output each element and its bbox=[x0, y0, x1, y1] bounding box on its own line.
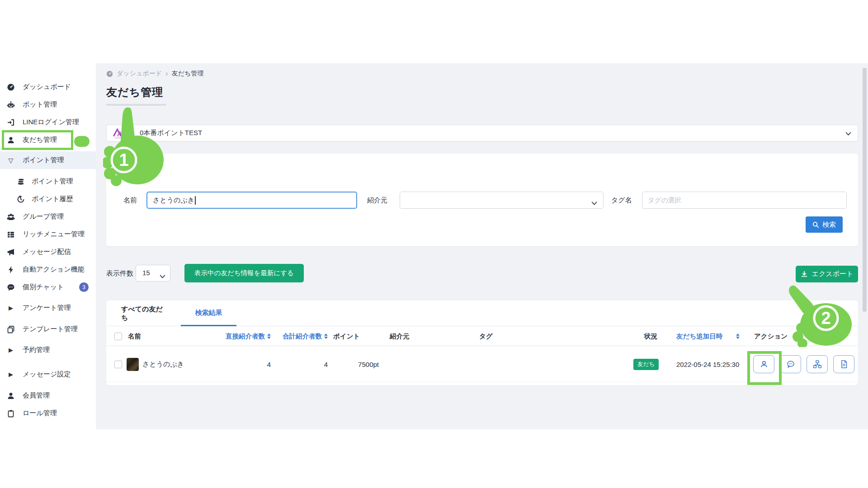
sidebar-item[interactable]: グループ管理 bbox=[0, 208, 96, 225]
user-icon bbox=[6, 136, 15, 145]
login-icon bbox=[6, 118, 15, 127]
triangle-down-icon: ▽ bbox=[6, 156, 15, 165]
total-referrals-value: 4 bbox=[324, 346, 328, 382]
export-button[interactable]: エクスポート bbox=[796, 266, 858, 282]
user-icon bbox=[6, 391, 15, 400]
user-action-button[interactable] bbox=[753, 355, 774, 373]
name-field-label: 名前 bbox=[117, 192, 137, 209]
chat-action-button[interactable] bbox=[780, 355, 801, 373]
sidebar-item[interactable]: 個別チャット3 bbox=[0, 278, 96, 296]
sidebar-item[interactable]: 自動アクション機能 bbox=[0, 261, 96, 278]
column-header: アクション bbox=[754, 326, 788, 346]
avatar bbox=[127, 358, 139, 371]
chat-icon bbox=[6, 283, 15, 292]
caret-right-icon: ▶ bbox=[6, 304, 15, 313]
list-icon bbox=[6, 230, 15, 239]
per-page-label: 表示件数 bbox=[106, 264, 133, 282]
tab-search-results[interactable]: 検索結果 bbox=[181, 300, 236, 326]
annotation-step2-number: 2 bbox=[821, 309, 830, 328]
bot-selector-dropdown[interactable]: 0本番ポイントTEST bbox=[106, 125, 858, 141]
breadcrumb: ダッシュボード › 友だち管理 bbox=[106, 70, 203, 78]
sidebar-item[interactable]: ▶予約管理 bbox=[0, 341, 96, 359]
table-header-row: 名前直接紹介者数合計紹介者数ポイント紹介元タグ状況友だち追加日時アクション bbox=[106, 326, 858, 346]
chevron-down-icon bbox=[591, 199, 597, 207]
per-page-select[interactable]: 15 bbox=[136, 265, 170, 282]
breadcrumb-separator: › bbox=[165, 70, 168, 77]
sitemap-action-button[interactable] bbox=[807, 355, 828, 373]
sitemap-action-icon bbox=[813, 360, 822, 369]
search-button[interactable]: 検索 bbox=[806, 216, 843, 233]
column-header: 紹介元 bbox=[390, 326, 410, 346]
app-window: ダッシュボードボット管理LINEログイン管理友だち管理▽ポイント管理ポイント管理… bbox=[0, 0, 868, 488]
bolt-icon bbox=[6, 265, 15, 274]
column-header[interactable]: 合計紹介者数 bbox=[283, 326, 328, 346]
sidebar-item-label: ポイント管理 bbox=[32, 177, 73, 186]
direct-referrals-value: 4 bbox=[267, 346, 271, 382]
download-icon bbox=[801, 271, 808, 277]
annotation-hand-2: 2 bbox=[785, 284, 853, 347]
page-title: 友だち管理 bbox=[106, 85, 163, 99]
sidebar-item-label: テンプレート管理 bbox=[23, 325, 78, 333]
history-icon bbox=[16, 195, 25, 204]
copy-icon bbox=[6, 325, 15, 334]
search-icon bbox=[812, 221, 819, 228]
sidebar-item-label: メッセージ配信 bbox=[23, 248, 71, 256]
clipboard-icon bbox=[6, 409, 15, 418]
referrer-select[interactable] bbox=[400, 192, 604, 209]
breadcrumb-home[interactable]: ダッシュボード bbox=[117, 70, 162, 78]
sidebar-item[interactable]: ロール管理 bbox=[0, 404, 96, 422]
megaphone-icon bbox=[6, 248, 15, 257]
refresh-friends-button[interactable]: 表示中の友だち情報を最新にする bbox=[184, 264, 304, 282]
sidebar-item[interactable]: メッセージ配信 bbox=[0, 243, 96, 261]
sidebar-item[interactable]: ▶アンケート管理 bbox=[0, 299, 96, 317]
coins-icon bbox=[16, 177, 25, 186]
tabs-row: すべての友だち 検索結果 bbox=[106, 300, 858, 326]
status-badge-cell: 友だち bbox=[633, 346, 659, 382]
caret-right-icon: ▶ bbox=[6, 370, 15, 379]
sidebar-item[interactable]: ポイント履歴 bbox=[0, 190, 96, 208]
name-input[interactable]: さとうのぶき bbox=[146, 192, 357, 209]
column-header: ポイント bbox=[333, 326, 360, 346]
tag-input[interactable] bbox=[642, 192, 847, 209]
select-all-checkbox[interactable] bbox=[114, 326, 122, 346]
sidebar-item[interactable]: ポイント管理 bbox=[0, 173, 96, 190]
sidebar-item-label: リッチメニュー管理 bbox=[23, 230, 85, 239]
users-icon bbox=[6, 212, 15, 221]
sidebar-item[interactable]: LINEログイン管理 bbox=[0, 113, 96, 131]
row-checkbox[interactable] bbox=[114, 346, 122, 382]
chevron-down-icon bbox=[845, 129, 851, 137]
tab-all-friends[interactable]: すべての友だち bbox=[121, 300, 169, 326]
file-action-button[interactable] bbox=[833, 355, 854, 373]
caret-right-icon: ▶ bbox=[6, 346, 15, 355]
annotation-nub bbox=[74, 136, 90, 147]
sidebar-item[interactable]: ▽ポイント管理 bbox=[0, 151, 96, 169]
sidebar-item-label: ボット管理 bbox=[23, 100, 57, 109]
robot-icon bbox=[6, 100, 15, 109]
sort-icon[interactable] bbox=[736, 333, 740, 339]
sidebar-item[interactable]: ボット管理 bbox=[0, 96, 96, 113]
sidebar-item-label: メッセージ設定 bbox=[23, 370, 71, 379]
sidebar-item[interactable]: ▶メッセージ設定 bbox=[0, 366, 96, 383]
chat-action-icon bbox=[786, 360, 795, 369]
sort-icon[interactable] bbox=[267, 333, 271, 339]
sidebar-item-label: ロール管理 bbox=[23, 409, 57, 418]
main-content: ダッシュボード › 友だち管理 友だち管理 0本番ポイントTEST 名前 さとう… bbox=[96, 63, 868, 429]
sidebar-item-label: 友だち管理 bbox=[23, 136, 57, 144]
sidebar-item[interactable]: テンプレート管理 bbox=[0, 320, 96, 338]
sidebar-item-label: LINEログイン管理 bbox=[23, 118, 79, 127]
status-badge: 友だち bbox=[633, 359, 659, 370]
sidebar-item-label: 個別チャット bbox=[23, 283, 64, 291]
sidebar-item-label: ポイント履歴 bbox=[32, 195, 73, 203]
sidebar-item[interactable]: ダッシュボード bbox=[0, 78, 96, 96]
user-action-icon bbox=[760, 360, 769, 369]
sidebar-item[interactable]: 会員管理 bbox=[0, 387, 96, 404]
sort-icon[interactable] bbox=[324, 333, 328, 339]
scrollbar-thumb[interactable] bbox=[863, 68, 867, 312]
sidebar-item-label: 会員管理 bbox=[23, 391, 50, 400]
annotation-hand-1: 1 bbox=[103, 106, 170, 186]
column-header[interactable]: 友だち追加日時 bbox=[676, 326, 740, 346]
column-header[interactable]: 直接紹介者数 bbox=[226, 326, 271, 346]
sidebar-item[interactable]: リッチメニュー管理 bbox=[0, 225, 96, 243]
breadcrumb-current: 友だち管理 bbox=[172, 70, 204, 78]
file-action-icon bbox=[840, 360, 849, 369]
